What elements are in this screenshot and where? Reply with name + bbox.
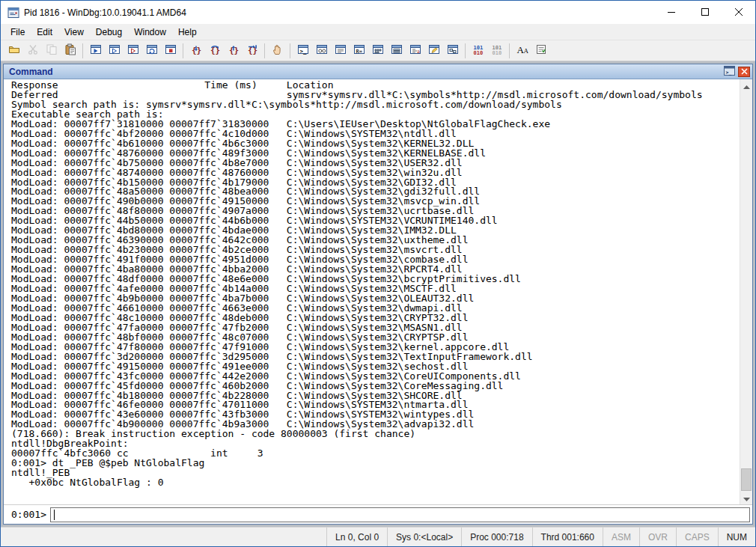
command-window: Command >_ Response Time (ms) Location D… (3, 64, 753, 525)
break-button[interactable] (269, 43, 286, 59)
status-thrd: Thrd 001:660 (532, 528, 603, 546)
scratch-pad-window-icon (428, 43, 440, 58)
toolbar-separator (264, 43, 265, 58)
text-caret (54, 510, 55, 520)
font-button[interactable]: AA (513, 43, 531, 59)
scroll-down-button[interactable] (740, 492, 752, 504)
stop-debugging-button[interactable] (162, 43, 179, 59)
step-out-icon: {} (228, 43, 240, 58)
locals-window-icon (335, 43, 347, 58)
watch-window-icon (316, 43, 328, 58)
menu-file[interactable]: File (4, 25, 31, 40)
disassembly-window-button[interactable]: a (406, 43, 424, 59)
scrollbar-thumb[interactable] (741, 468, 752, 491)
cut-button[interactable] (24, 43, 41, 59)
close-icon (735, 7, 743, 18)
svg-text:>_: >_ (299, 48, 307, 55)
registers-window-button[interactable]: R= (350, 43, 368, 59)
processes-window-icon (447, 43, 459, 58)
options-button[interactable] (532, 43, 549, 59)
menu-debug[interactable]: Debug (90, 25, 128, 40)
close-icon (741, 66, 748, 77)
scratch-pad-window-button[interactable] (425, 43, 442, 59)
menu-edit[interactable]: Edit (31, 25, 58, 40)
command-window-button[interactable]: >_ (294, 43, 311, 59)
command-prompt: 0:001> (11, 509, 46, 520)
toolbar-separator (183, 43, 183, 58)
open-source-file-button[interactable] (5, 43, 22, 59)
go-unhandled-button[interactable] (124, 43, 141, 59)
call-stack-window-button[interactable] (388, 43, 405, 59)
cut-icon (27, 43, 39, 58)
svg-text:010: 010 (473, 50, 483, 55)
run-to-cursor-button[interactable]: {} (243, 43, 260, 59)
command-title: Command (9, 67, 53, 77)
menu-help[interactable]: Help (172, 25, 203, 40)
status-ovr: OVR (639, 528, 676, 546)
source-mode-on-button[interactable]: 101010 (469, 43, 487, 59)
scroll-up-icon (743, 80, 750, 91)
scroll-up-button[interactable] (740, 79, 752, 92)
step-over-button[interactable]: {} (206, 43, 223, 59)
svg-text:R=: R= (356, 49, 362, 55)
command-output: Response Time (ms) Location Deferred sym… (4, 79, 752, 488)
vertical-scrollbar[interactable] (740, 79, 752, 504)
call-stack-window-icon (391, 43, 403, 58)
memory-window-button[interactable] (369, 43, 386, 59)
copy-button[interactable] (43, 43, 60, 59)
command-input-row: 0:001> (4, 504, 752, 524)
restart-button[interactable] (143, 43, 160, 59)
watch-window-button[interactable] (313, 43, 330, 59)
window-title: Pid 1816 - WinDbg:10.0.19041.1 AMD64 (24, 7, 186, 18)
command-input-wrap (50, 507, 750, 522)
status-caps: CAPS (676, 528, 718, 546)
step-over-icon: {} (209, 43, 221, 58)
paste-icon (64, 43, 76, 58)
processes-window-button[interactable] (444, 43, 461, 59)
command-title-bar[interactable]: Command >_ (4, 64, 752, 79)
command-window-icon: >_ (297, 43, 309, 58)
windbg-app-icon[interactable] (7, 7, 19, 19)
status-ln: Ln 0, Col 0 (326, 528, 387, 546)
go-icon (90, 43, 102, 58)
step-into-button[interactable]: {} (187, 43, 204, 59)
dock-button[interactable]: >_ (723, 67, 736, 77)
locals-window-button[interactable] (332, 43, 349, 59)
toolbar-separator (290, 43, 290, 58)
maximize-button[interactable] (688, 1, 722, 24)
toolbar: {}{}{}{}>_R=a101010101010AA (1, 40, 755, 61)
minimize-button[interactable] (654, 1, 688, 24)
step-out-button[interactable]: {} (225, 43, 242, 59)
command-title-buttons: >_ (723, 67, 750, 77)
close-button[interactable] (722, 1, 755, 24)
svg-text:a: a (417, 49, 420, 55)
menu-bar: FileEditViewDebugWindowHelp (1, 24, 755, 40)
status-sys: Sys 0:<Local> (387, 528, 461, 546)
paste-button[interactable] (61, 43, 79, 59)
svg-text:010: 010 (492, 50, 502, 55)
status-asm: ASM (603, 528, 639, 546)
font-icon: AA (516, 43, 528, 58)
title-bar: Pid 1816 - WinDbg:10.0.19041.1 AMD64 (1, 1, 755, 24)
menu-window[interactable]: Window (128, 25, 172, 40)
menu-view[interactable]: View (58, 25, 90, 40)
disassembly-window-icon: a (409, 43, 421, 58)
maximize-icon (701, 7, 709, 18)
caption-buttons (654, 1, 755, 24)
go-button[interactable] (87, 43, 104, 59)
svg-text:A: A (523, 47, 528, 55)
open-source-file-icon (8, 43, 20, 58)
options-icon (535, 43, 547, 58)
scrollbar-track[interactable] (740, 92, 752, 492)
source-mode-off-button[interactable]: 101010 (488, 43, 505, 59)
step-into-icon: {} (190, 43, 202, 58)
minimize-icon (668, 7, 675, 18)
command-close-button[interactable] (738, 67, 750, 77)
command-input[interactable] (51, 508, 749, 522)
status-message-area (1, 528, 326, 546)
break-icon (272, 43, 284, 58)
go-handled-button[interactable] (106, 43, 123, 59)
go-handled-icon (109, 43, 121, 58)
toolbar-separator (465, 43, 466, 58)
svg-text:>_: >_ (726, 69, 732, 75)
